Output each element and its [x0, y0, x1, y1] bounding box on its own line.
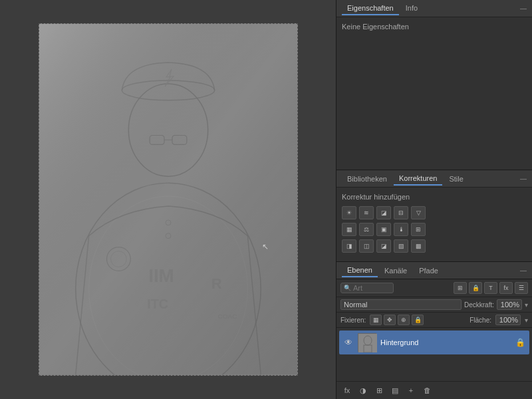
layer-icon-menu[interactable]: ☰	[515, 282, 528, 294]
tab-kanaele[interactable]: Kanäle	[379, 265, 412, 277]
flaeche-input[interactable]	[495, 315, 521, 325]
corr-icon-levels[interactable]: ≋	[359, 206, 374, 219]
layer-visibility-toggle[interactable]: 👁	[343, 337, 354, 348]
svg-rect-17	[358, 334, 377, 352]
corrections-title: Korrektur hinzufügen	[342, 193, 527, 201]
table-row[interactable]: 👁 Hintergrund 🔒	[339, 331, 529, 354]
properties-content: Keine Eigenschaften	[336, 17, 532, 170]
tab-info[interactable]: Info	[400, 2, 423, 15]
layer-mask-btn[interactable]: ◑	[356, 384, 370, 396]
layer-icon-fx[interactable]: fx	[499, 282, 513, 294]
layer-new-btn[interactable]: +	[404, 384, 418, 396]
layer-search-input[interactable]	[353, 284, 390, 292]
right-panel: Eigenschaften Info — Keine Eigenschaften…	[336, 0, 532, 399]
svg-rect-16	[39, 24, 297, 374]
layer-fx-btn[interactable]: fx	[340, 384, 354, 396]
corr-icon-hsl[interactable]: ▦	[342, 223, 356, 236]
corr-icon-invert[interactable]: ◫	[359, 239, 374, 253]
layer-icon-text[interactable]: T	[484, 282, 497, 294]
opacity-arrow[interactable]: ▾	[525, 301, 528, 309]
corrections-row1: ☀ ≋ ◪ ⊟ ▽	[342, 206, 527, 219]
flaeche-label: Fläche:	[469, 317, 491, 324]
lock-artboards-btn[interactable]: ⊕	[398, 315, 410, 325]
layers-panel-collapse[interactable]: —	[520, 267, 527, 274]
tab-bibliotheken[interactable]: Bibliotheken	[342, 173, 392, 185]
lock-move-btn[interactable]: ✥	[384, 315, 396, 325]
portrait-svg: IIM ITC R COAC	[39, 24, 297, 375]
corr-icon-exposure[interactable]: ⊟	[394, 206, 408, 219]
corr-icon-photfilter[interactable]: 🌡	[394, 223, 408, 236]
corr-icon-brightness[interactable]: ☀	[342, 206, 356, 219]
blend-row: NormalAufhellenAbdunkelnMultiplizierenÜb…	[336, 297, 532, 313]
mid-panel-collapse[interactable]: —	[520, 175, 527, 182]
corrections-row3: ◨ ◫ ◪ ▧ ▩	[342, 239, 527, 253]
corrections-content: Korrektur hinzufügen ☀ ≋ ◪ ⊟ ▽ ▦ ⚖ ▣ 🌡 ⊞…	[336, 188, 532, 262]
tab-ebenen[interactable]: Ebenen	[342, 264, 378, 277]
canvas-area: IIM ITC R COAC ↖	[0, 0, 336, 399]
corr-icon-curves[interactable]: ◪	[376, 206, 391, 219]
corr-icon-posterize[interactable]: ◪	[376, 239, 391, 253]
corr-icon-vibrance[interactable]: ▽	[411, 206, 426, 219]
layer-lock-icon: 🔒	[515, 338, 525, 347]
lock-all-btn[interactable]: 🔒	[412, 315, 424, 325]
layer-thumbnail	[358, 333, 376, 352]
corrections-row2: ▦ ⚖ ▣ 🌡 ⊞	[342, 223, 527, 236]
layers-bottom: fx ◑ ⊞ ▤ + 🗑	[336, 381, 532, 399]
layer-name: Hintergrund	[380, 338, 511, 346]
corr-icon-bw[interactable]: ▣	[376, 223, 391, 236]
top-tabs: Eigenschaften Info —	[336, 0, 532, 17]
layers-toolbar: 🔍 ⊞ 🔒 T fx ☰	[336, 279, 532, 297]
tab-stile[interactable]: Stile	[444, 173, 468, 185]
mid-tabs: Bibliotheken Korrekturen Stile —	[336, 170, 532, 188]
lock-label: Fixieren:	[340, 317, 366, 324]
corr-icon-colorbalance[interactable]: ⚖	[359, 223, 374, 236]
blend-mode-select[interactable]: NormalAufhellenAbdunkelnMultiplizierenÜb…	[340, 299, 462, 310]
corr-icon-colorlookup[interactable]: ◨	[342, 239, 356, 253]
lock-row: Fixieren: ▦ ✥ ⊕ 🔒 Fläche: ▾	[336, 313, 532, 328]
corr-icon-channelmixer[interactable]: ⊞	[411, 223, 426, 236]
layer-search-container: 🔍	[340, 283, 394, 293]
opacity-input[interactable]	[497, 299, 522, 310]
lock-pixel-btn[interactable]: ▦	[370, 315, 382, 325]
layer-icon-pixel[interactable]: ⊞	[454, 282, 467, 294]
top-panel-collapse[interactable]: —	[520, 5, 527, 12]
tab-eigenschaften[interactable]: Eigenschaften	[342, 2, 399, 15]
layers-panel: Ebenen Kanäle Pfade — 🔍 ⊞ 🔒 T fx ☰ Norma…	[336, 262, 532, 399]
layer-delete-btn[interactable]: 🗑	[420, 384, 434, 396]
layer-adjustment-btn[interactable]: ⊞	[372, 384, 386, 396]
search-filter-icon: 🔍	[344, 285, 351, 291]
layers-tabs: Ebenen Kanäle Pfade —	[336, 262, 532, 279]
canvas-image[interactable]: IIM ITC R COAC ↖	[39, 23, 298, 376]
tab-pfade[interactable]: Pfade	[414, 265, 444, 277]
opacity-label: Deckkraft:	[464, 301, 494, 309]
corr-icon-threshold[interactable]: ▧	[394, 239, 408, 253]
layers-toolbar-icons: ⊞ 🔒 T fx ☰	[454, 282, 528, 294]
lock-icons: ▦ ✥ ⊕ 🔒	[370, 315, 424, 325]
layer-icon-lock[interactable]: 🔒	[469, 282, 482, 294]
corr-icon-gradientmap[interactable]: ▩	[411, 239, 426, 253]
layer-group-btn[interactable]: ▤	[388, 384, 402, 396]
tab-korrekturen[interactable]: Korrekturen	[394, 172, 442, 186]
flaeche-arrow[interactable]: ▾	[525, 317, 528, 324]
no-properties-label: Keine Eigenschaften	[342, 23, 527, 31]
